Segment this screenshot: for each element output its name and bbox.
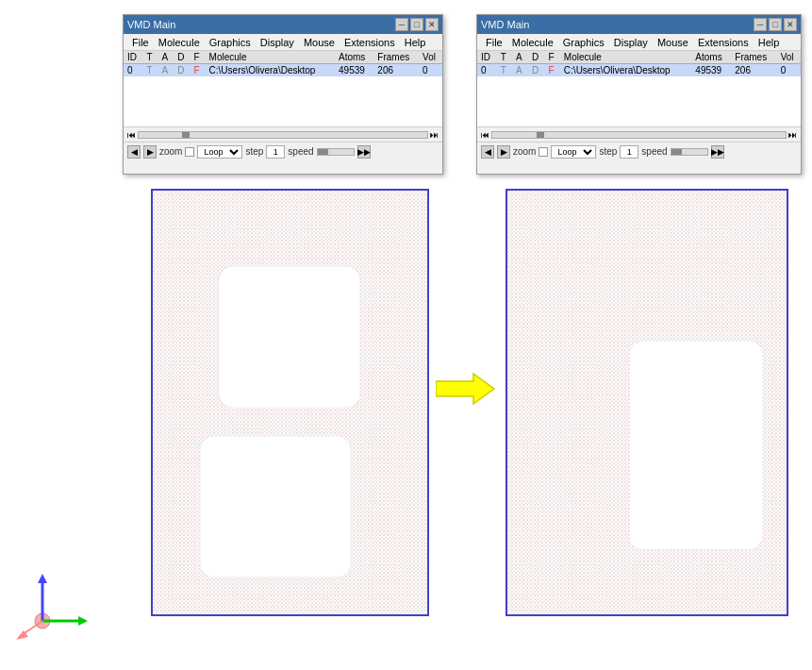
- col-a-right: A: [512, 51, 528, 64]
- menu-help-right[interactable]: Help: [754, 36, 785, 49]
- svg-rect-12: [219, 266, 360, 408]
- svg-marker-22: [38, 574, 47, 583]
- menu-display-right[interactable]: Display: [609, 36, 653, 49]
- col-frames-right: Frames: [731, 51, 776, 64]
- cell-t-r: T: [497, 64, 512, 77]
- step-label-left: step: [245, 146, 263, 157]
- minimize-button-right[interactable]: ─: [754, 18, 767, 31]
- nav-end-icon-r[interactable]: ⏭: [788, 130, 797, 140]
- cell-a-r: A: [512, 64, 528, 77]
- menu-extensions-left[interactable]: Extensions: [340, 36, 400, 49]
- col-molecule-right: Molecule: [560, 51, 691, 64]
- col-a-left: A: [158, 51, 174, 64]
- zoom-label-left: zoom: [159, 146, 182, 157]
- cell-vol-r: 0: [777, 64, 801, 77]
- frame-slider-right[interactable]: [491, 131, 787, 139]
- sim-panel-left: [151, 189, 429, 616]
- minimize-button-left[interactable]: ─: [395, 18, 408, 31]
- axis-svg: [14, 569, 90, 645]
- zoom-label-right: zoom: [513, 146, 536, 157]
- vmd-menubar-left: File Molecule Graphics Display Mouse Ext…: [124, 34, 442, 51]
- cell-f: F: [191, 64, 206, 77]
- vmd-window-buttons-right[interactable]: ─ □ ✕: [754, 18, 797, 31]
- molecule-table-right: ID T A D F Molecule Atoms Frames Vol 0 T…: [477, 51, 801, 76]
- ff-btn-left[interactable]: ▶▶: [357, 145, 371, 159]
- svg-rect-17: [630, 342, 762, 549]
- loop-select-right[interactable]: Loop Once Rock: [551, 145, 596, 159]
- yellow-arrow: [436, 368, 497, 410]
- molecule-visualization-right: [507, 191, 787, 614]
- arrow-svg: [436, 368, 497, 410]
- menu-molecule-left[interactable]: Molecule: [154, 36, 205, 49]
- cell-frames-r: 206: [731, 64, 776, 77]
- cell-frames: 206: [373, 64, 419, 77]
- col-atoms-right: Atoms: [691, 51, 731, 64]
- menu-extensions-right[interactable]: Extensions: [693, 36, 754, 49]
- molecule-table-left: ID T A D F Molecule Atoms Frames Vol 0 T…: [124, 51, 442, 76]
- col-d-left: D: [174, 51, 190, 64]
- vmd-titlebar-right: VMD Main ─ □ ✕: [477, 15, 801, 34]
- svg-rect-14: [200, 436, 351, 578]
- col-atoms-left: Atoms: [335, 51, 373, 64]
- speed-slider-right[interactable]: [671, 148, 708, 156]
- col-id-right: ID: [477, 51, 497, 64]
- play-btn-right[interactable]: ▶: [497, 145, 510, 159]
- table-row[interactable]: 0 T A D F C:\Users\Olivera\Desktop 49539…: [477, 64, 801, 77]
- ff-btn-right[interactable]: ▶▶: [711, 145, 724, 159]
- col-id-left: ID: [124, 51, 142, 64]
- cell-a: A: [158, 64, 174, 77]
- step-input-left[interactable]: [266, 145, 285, 159]
- close-button-left[interactable]: ✕: [425, 18, 439, 31]
- step-input-right[interactable]: [620, 145, 638, 159]
- vmd-title-left: VMD Main: [127, 19, 175, 30]
- nav-start-icon-r[interactable]: ⏮: [481, 130, 489, 140]
- menu-display-left[interactable]: Display: [256, 36, 299, 49]
- col-molecule-left: Molecule: [206, 51, 335, 64]
- play-back-btn-right[interactable]: ◀: [481, 145, 494, 159]
- speed-slider-left[interactable]: [317, 148, 355, 156]
- play-back-btn-left[interactable]: ◀: [127, 145, 141, 159]
- menu-mouse-right[interactable]: Mouse: [653, 36, 693, 49]
- vmd-controls-right: ◀ ▶ zoom Loop Once Rock step speed ▶▶: [477, 142, 801, 160]
- col-t-left: T: [142, 51, 157, 64]
- play-btn-left[interactable]: ▶: [143, 145, 157, 159]
- vmd-window-left[interactable]: VMD Main ─ □ ✕ File Molecule Graphics Di…: [123, 14, 443, 175]
- col-vol-right: Vol: [777, 51, 801, 64]
- col-f-left: F: [191, 51, 206, 64]
- vmd-window-buttons-left[interactable]: ─ □ ✕: [395, 18, 439, 31]
- frame-slider-left[interactable]: [138, 131, 428, 139]
- loop-select-left[interactable]: Loop Once Rock: [197, 145, 242, 159]
- col-frames-left: Frames: [373, 51, 419, 64]
- menu-graphics-left[interactable]: Graphics: [205, 36, 256, 49]
- nav-start-icon[interactable]: ⏮: [127, 130, 136, 140]
- cell-f-r: F: [545, 64, 560, 77]
- menu-mouse-left[interactable]: Mouse: [299, 36, 340, 49]
- vmd-window-right[interactable]: VMD Main ─ □ ✕ File Molecule Graphics Di…: [476, 14, 802, 175]
- menu-molecule-right[interactable]: Molecule: [507, 36, 558, 49]
- step-label-right: step: [599, 146, 617, 157]
- cell-d: D: [174, 64, 190, 77]
- menu-file-right[interactable]: File: [481, 36, 507, 49]
- menu-file-left[interactable]: File: [127, 36, 154, 49]
- zoom-checkbox-left[interactable]: [185, 147, 194, 157]
- cell-atoms: 49539: [335, 64, 373, 77]
- svg-marker-24: [78, 616, 88, 626]
- maximize-button-left[interactable]: □: [410, 18, 423, 31]
- molecule-visualization-left: [153, 191, 427, 614]
- speed-label-right: speed: [641, 146, 667, 157]
- nav-end-icon[interactable]: ⏭: [430, 130, 439, 140]
- vmd-controls-left: ◀ ▶ zoom Loop Once Rock step speed ▶▶: [124, 142, 442, 160]
- menu-help-left[interactable]: Help: [400, 36, 431, 49]
- table-row[interactable]: 0 T A D F C:\Users\Olivera\Desktop 49539…: [124, 64, 442, 77]
- menu-graphics-right[interactable]: Graphics: [558, 36, 609, 49]
- vmd-titlebar-left: VMD Main ─ □ ✕: [124, 15, 442, 34]
- cell-molecule-r: C:\Users\Olivera\Desktop: [560, 64, 691, 77]
- zoom-checkbox-right[interactable]: [539, 147, 548, 157]
- cell-molecule: C:\Users\Olivera\Desktop: [206, 64, 335, 77]
- cell-id-r: 0: [477, 64, 497, 77]
- col-vol-left: Vol: [419, 51, 442, 64]
- col-d-right: D: [528, 51, 545, 64]
- close-button-right[interactable]: ✕: [784, 18, 797, 31]
- cell-t: T: [142, 64, 157, 77]
- maximize-button-right[interactable]: □: [769, 18, 782, 31]
